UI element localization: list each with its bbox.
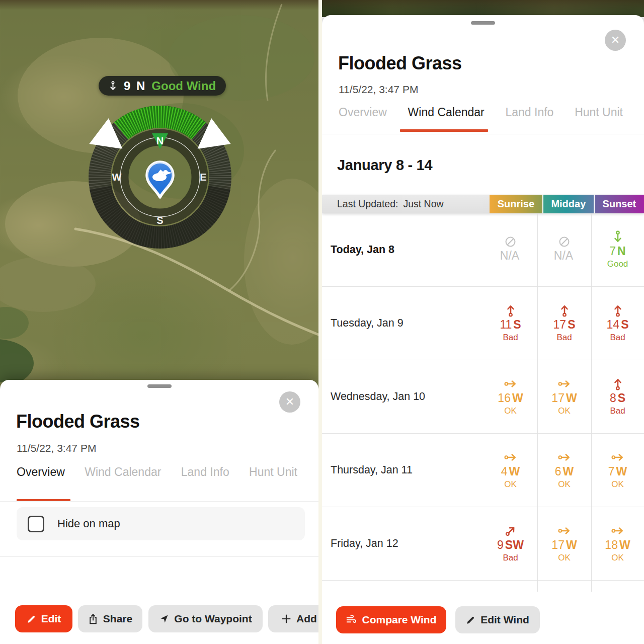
compass-west-label: W	[112, 172, 122, 183]
wind-direction-arrow-icon	[611, 525, 624, 536]
tab-wind-calendar[interactable]: Wind Calendar	[85, 465, 161, 479]
wind-value: N/A	[500, 250, 521, 262]
wind-quality-label: OK	[558, 479, 571, 490]
tab-hunt-unit[interactable]: Hunt Unit	[249, 465, 297, 479]
compass-north-label: N	[156, 135, 164, 146]
wind-cell-sunset: 7N Good	[591, 213, 644, 286]
tab-overview[interactable]: Overview	[17, 465, 65, 479]
wind-table-row: Wednesday, Jan 10 16W OK	[322, 360, 644, 434]
wind-quality-label: Good	[607, 259, 628, 269]
wind-cell-sunrise: 16W OK	[484, 360, 537, 433]
wind-value: 14S	[607, 318, 629, 331]
wind-direction-arrow-icon	[504, 378, 517, 389]
wind-cell-midday: 17W OK	[537, 507, 591, 580]
wind-quality-label: OK	[611, 553, 624, 563]
column-header-sunset: Sunset	[594, 195, 644, 213]
wind-cell-midday: 17W OK	[537, 360, 591, 433]
button-label: Edit Wind	[480, 614, 529, 626]
wind-icon	[346, 615, 357, 624]
tab-land-info[interactable]: Land Info	[181, 465, 229, 479]
map-screenshot-panel: 9 N Good Wind N W E S	[0, 0, 318, 644]
button-label: Add t	[296, 613, 318, 625]
wind-value: 8S	[610, 392, 625, 405]
waypoint-title: Flooded Grass	[16, 411, 140, 432]
compare-wind-button[interactable]: Compare Wind	[336, 606, 446, 633]
last-updated-value: Just Now	[403, 198, 443, 210]
waypoint-timestamp: 11/5/22, 3:47 PM	[17, 442, 96, 454]
wind-quality-label: Bad	[610, 406, 625, 416]
wind-direction-arrow-icon	[612, 377, 623, 390]
waypoint-detail-sheet: ✕ Flooded Grass 11/5/22, 3:47 PM Overvie…	[0, 380, 318, 644]
drag-handle[interactable]	[471, 21, 495, 25]
drag-handle[interactable]	[147, 384, 172, 388]
table-grid-line	[591, 213, 592, 592]
pencil-icon	[27, 614, 36, 624]
wind-direction-arrow-icon	[505, 304, 516, 317]
day-label: Today, Jan 8	[322, 213, 484, 286]
column-header-sunrise: Sunrise	[490, 195, 542, 213]
last-updated-label: Last Updated:	[337, 198, 398, 210]
hide-on-map-row[interactable]: Hide on map	[17, 507, 305, 540]
wind-value: 17W	[551, 539, 577, 551]
share-icon	[88, 613, 98, 624]
tab-hunt-unit[interactable]: Hunt Unit	[575, 106, 623, 119]
wind-cell-sunrise: 4W OK	[484, 434, 537, 507]
column-header-midday: Midday	[542, 195, 594, 213]
tab-bar: Overview Wind Calendar Land Info Hunt Un…	[17, 465, 297, 479]
close-icon[interactable]: ✕	[605, 30, 626, 51]
add-to-button[interactable]: Add t	[268, 605, 318, 632]
wind-cell-midday: N/A	[537, 213, 591, 286]
hide-on-map-checkbox[interactable]	[28, 516, 44, 532]
wind-table-rows: Today, Jan 8 N/A N/A	[322, 213, 644, 581]
go-to-waypoint-button[interactable]: Go to Waypoint	[148, 605, 263, 632]
wind-cell-sunset: 7W OK	[591, 434, 644, 507]
wind-value: 16W	[498, 392, 523, 405]
waypoint-timestamp: 11/5/22, 3:47 PM	[339, 84, 418, 96]
wind-cell-sunset: 8S Bad	[591, 360, 644, 433]
wind-direction-arrow-icon	[558, 378, 571, 389]
wind-quality-label: OK	[504, 479, 517, 490]
edit-wind-button[interactable]: Edit Wind	[455, 606, 540, 633]
wind-quality-label: OK	[504, 406, 517, 416]
wind-direction-arrow-icon	[559, 304, 570, 317]
wind-speed-direction: 9 N	[124, 79, 145, 93]
satellite-map[interactable]	[322, 0, 644, 17]
wind-value: 17S	[553, 318, 576, 331]
not-available-icon	[558, 235, 571, 248]
button-label: Go to Waypoint	[174, 613, 252, 625]
hide-on-map-label: Hide on map	[57, 517, 120, 530]
divider	[0, 556, 318, 556]
edit-button[interactable]: Edit	[15, 605, 72, 632]
tab-overview[interactable]: Overview	[339, 106, 387, 119]
button-label: Edit	[41, 613, 61, 625]
button-label: Share	[103, 613, 132, 625]
wind-table-row: Tuesday, Jan 9 11S Bad	[322, 287, 644, 360]
tab-bar: Overview Wind Calendar Land Info Hunt Un…	[339, 106, 623, 119]
day-label: Thursday, Jan 11	[322, 434, 484, 507]
waypoint-pin[interactable]	[147, 162, 173, 197]
day-label: Friday, Jan 12	[322, 507, 484, 580]
share-button[interactable]: Share	[78, 605, 142, 632]
tab-wind-calendar[interactable]: Wind Calendar	[408, 106, 485, 119]
wind-table-row: Friday, Jan 12 9SW Bad	[322, 507, 644, 581]
wind-direction-arrow-icon	[504, 452, 517, 463]
wind-direction-arrow-icon	[109, 80, 117, 92]
wind-direction-arrow-icon	[558, 452, 571, 463]
wind-calendar-panel: ✕ Flooded Grass 11/5/22, 3:47 PM Overvie…	[322, 0, 644, 644]
wind-value: 6W	[555, 465, 574, 478]
wind-value: 7N	[609, 245, 625, 258]
divider	[0, 501, 318, 502]
pencil-icon	[466, 615, 475, 625]
button-label: Compare Wind	[362, 614, 437, 626]
waypoint-detail-sheet: ✕ Flooded Grass 11/5/22, 3:47 PM Overvie…	[322, 15, 644, 644]
wind-quality-label: OK	[558, 406, 571, 416]
close-icon[interactable]: ✕	[279, 391, 300, 413]
wind-value: 18W	[605, 539, 630, 551]
day-label: Tuesday, Jan 9	[322, 287, 484, 360]
plus-icon	[281, 614, 291, 624]
compass-south-label: S	[156, 215, 163, 226]
wind-cell-sunset: 18W OK	[591, 507, 644, 580]
wind-value: N/A	[554, 250, 575, 262]
tab-land-info[interactable]: Land Info	[505, 106, 553, 119]
wind-direction-arrow-icon	[612, 304, 623, 317]
